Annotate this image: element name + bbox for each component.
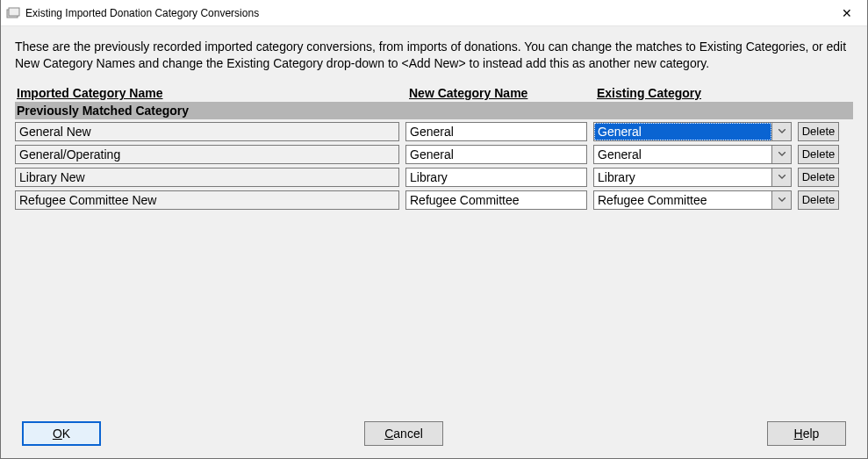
chevron-down-icon[interactable] [772,122,792,141]
column-headers: Imported Category Name New Category Name… [15,86,853,100]
intro-text: These are the previously recorded import… [15,39,853,72]
existing-category-value[interactable]: Refugee Committee [593,190,772,210]
header-imported: Imported Category Name [15,86,405,100]
window-title: Existing Imported Donation Category Conv… [25,7,827,19]
help-label-underline: H [794,427,803,441]
chevron-down-icon[interactable] [772,168,792,187]
existing-category-value[interactable]: General [593,122,772,141]
delete-button[interactable]: Delete [798,122,839,141]
existing-category-select[interactable]: Library [593,168,792,187]
table-row: LibraryDelete [15,168,853,187]
existing-category-select[interactable]: General [593,145,792,164]
dialog-footer: OK Cancel Help [1,416,867,458]
cancel-label-underline: C [384,427,393,441]
app-icon [6,6,20,20]
help-button[interactable]: Help [767,421,846,446]
table-row: GeneralDelete [15,145,853,164]
imported-name-field[interactable] [15,145,399,164]
ok-label-underline: O [53,427,62,441]
existing-category-value[interactable]: Library [593,168,772,187]
delete-button[interactable]: Delete [798,145,839,164]
imported-name-field[interactable] [15,190,399,210]
delete-button[interactable]: Delete [798,190,839,210]
content-area: These are the previously recorded import… [1,26,867,416]
titlebar: Existing Imported Donation Category Conv… [1,0,867,26]
new-category-field[interactable] [405,122,587,141]
delete-button[interactable]: Delete [798,168,839,187]
ok-button[interactable]: OK [22,421,101,446]
existing-category-select[interactable]: Refugee Committee [593,190,792,210]
table-row: Refugee CommitteeDelete [15,190,853,210]
new-category-field[interactable] [405,168,587,187]
help-label-rest: elp [803,427,820,441]
imported-name-field[interactable] [15,168,399,187]
new-category-field[interactable] [405,190,587,210]
section-header: Previously Matched Category [15,102,853,119]
header-new-category: New Category Name [405,86,593,100]
rows-container: GeneralDeleteGeneralDeleteLibraryDeleteR… [15,122,853,210]
chevron-down-icon[interactable] [772,145,792,164]
chevron-down-icon[interactable] [772,190,792,210]
cancel-button[interactable]: Cancel [364,421,443,446]
existing-category-value[interactable]: General [593,145,772,164]
imported-name-field[interactable] [15,122,399,141]
cancel-label-rest: ancel [393,427,422,441]
close-button[interactable]: ✕ [827,0,867,26]
ok-label-rest: K [62,427,70,441]
existing-category-select[interactable]: General [593,122,792,141]
dialog-window: Existing Imported Donation Category Conv… [0,0,868,459]
header-existing-category: Existing Category [593,86,795,100]
table-row: GeneralDelete [15,122,853,141]
new-category-field[interactable] [405,145,587,164]
svg-rect-1 [9,8,19,16]
